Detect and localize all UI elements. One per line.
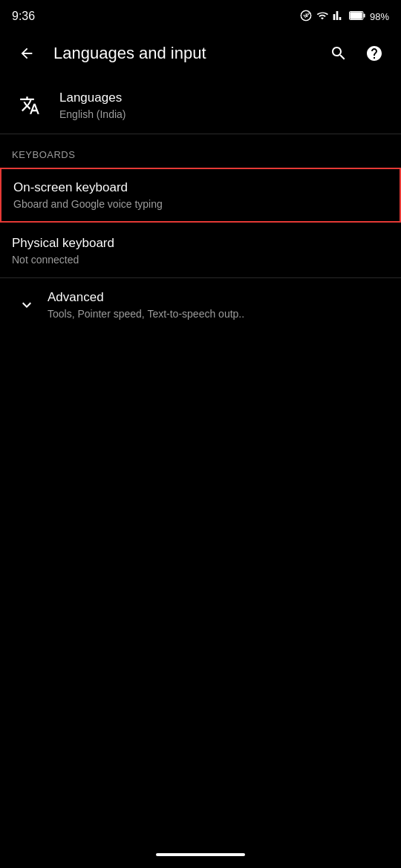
battery-percentage: 98% xyxy=(370,11,389,22)
languages-item[interactable]: Languages English (India) xyxy=(0,77,401,134)
help-button[interactable] xyxy=(359,39,389,68)
on-screen-keyboard-item[interactable]: On-screen keyboard Gboard and Google voi… xyxy=(0,168,401,223)
physical-keyboard-subtitle: Not connected xyxy=(12,253,389,266)
status-time: 9:36 xyxy=(12,10,35,23)
status-icons: 98% xyxy=(300,10,389,24)
status-bar: 9:36 98% xyxy=(0,0,401,30)
on-screen-keyboard-content: On-screen keyboard Gboard and Google voi… xyxy=(13,180,388,211)
physical-keyboard-item[interactable]: Physical keyboard Not connected xyxy=(0,224,401,277)
battery-icon xyxy=(349,10,365,23)
page-title: Languages and input xyxy=(53,44,312,63)
physical-keyboard-content: Physical keyboard Not connected xyxy=(12,235,389,266)
chevron-down-icon xyxy=(12,290,42,320)
advanced-subtitle: Tools, Pointer speed, Text-to-speech out… xyxy=(48,307,389,320)
languages-content: Languages English (India) xyxy=(59,90,389,121)
on-screen-keyboard-title: On-screen keyboard xyxy=(13,180,388,196)
on-screen-keyboard-subtitle: Gboard and Google voice typing xyxy=(13,197,388,211)
svg-rect-2 xyxy=(350,12,362,19)
keyboards-section-header: KEYBOARDS xyxy=(0,134,401,166)
back-button[interactable] xyxy=(12,39,42,68)
advanced-title: Advanced xyxy=(48,289,389,306)
physical-keyboard-title: Physical keyboard xyxy=(12,235,389,251)
app-bar-actions xyxy=(324,39,389,68)
search-button[interactable] xyxy=(324,39,353,68)
advanced-item[interactable]: Advanced Tools, Pointer speed, Text-to-s… xyxy=(0,278,401,332)
svg-rect-1 xyxy=(363,13,365,17)
languages-title: Languages xyxy=(59,90,389,106)
languages-subtitle: English (India) xyxy=(59,108,389,121)
advanced-content: Advanced Tools, Pointer speed, Text-to-s… xyxy=(48,289,389,320)
alarm-icon xyxy=(300,10,312,24)
app-bar: Languages and input xyxy=(0,30,401,77)
wifi-icon xyxy=(316,10,328,24)
signal-icon xyxy=(333,10,345,24)
bottom-nav-indicator xyxy=(156,853,245,856)
translate-icon xyxy=(12,88,48,123)
